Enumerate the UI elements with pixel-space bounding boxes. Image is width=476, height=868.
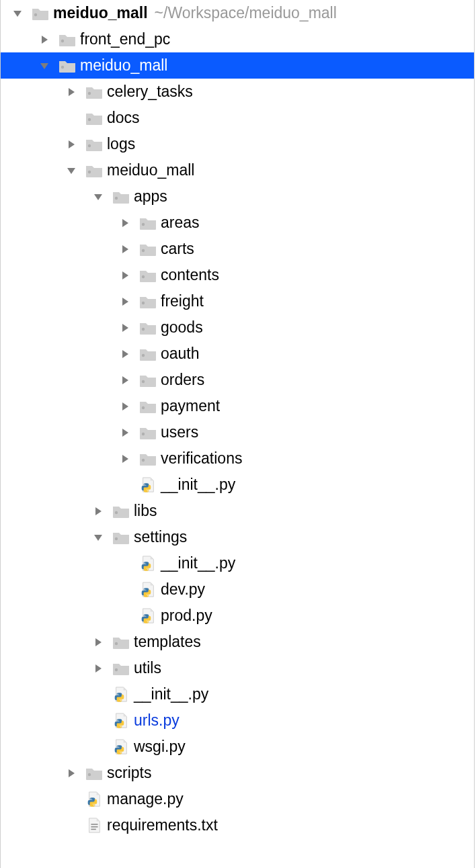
python-file-icon <box>85 792 103 807</box>
python-file-icon <box>139 582 157 597</box>
expand-arrow-right-icon[interactable] <box>93 638 103 647</box>
folder-icon <box>139 242 157 257</box>
tree-item[interactable]: meiduo_mall <box>1 52 474 79</box>
tree-item[interactable]: docs <box>1 105 474 131</box>
python-file-icon <box>112 713 130 728</box>
tree-item[interactable]: dev.py <box>1 576 474 603</box>
folder-icon <box>85 163 103 178</box>
tree-item-label: libs <box>134 502 157 520</box>
tree-item-label: dev.py <box>161 580 205 599</box>
tree-item[interactable]: apps <box>1 183 474 210</box>
tree-item[interactable]: carts <box>1 236 474 262</box>
tree-item-label: prod.py <box>161 607 212 625</box>
tree-item[interactable]: payment <box>1 393 474 419</box>
tree-item-label: oauth <box>161 345 200 363</box>
expand-arrow-down-icon[interactable] <box>40 61 49 71</box>
tree-item[interactable]: freight <box>1 288 474 314</box>
tree-item[interactable]: wsgi.py <box>1 734 474 760</box>
folder-open-icon <box>112 189 130 204</box>
python-file-icon <box>112 687 130 702</box>
tree-item-label: meiduo_mall <box>80 56 167 75</box>
tree-item[interactable]: utils <box>1 655 474 681</box>
expand-arrow-right-icon[interactable] <box>120 376 130 385</box>
tree-item[interactable]: logs <box>1 131 474 157</box>
tree-item-label: templates <box>134 633 201 651</box>
tree-item[interactable]: __init__.py <box>1 681 474 707</box>
project-tree-panel: meiduo_mall~/Workspace/meiduo_mallfront_… <box>0 0 475 868</box>
tree-item-label: manage.py <box>107 790 184 808</box>
template-folder-icon <box>112 635 130 650</box>
tree-item[interactable]: contents <box>1 262 474 288</box>
folder-icon <box>85 85 103 99</box>
expand-arrow-right-icon[interactable] <box>93 507 103 516</box>
tree-item[interactable]: __init__.py <box>1 472 474 498</box>
folder-icon <box>112 661 130 676</box>
tree-item-label: verifications <box>161 449 242 468</box>
tree-item[interactable]: urls.py <box>1 707 474 734</box>
expand-arrow-right-icon[interactable] <box>120 245 130 254</box>
expand-arrow-right-icon[interactable] <box>120 428 130 437</box>
expand-arrow-down-icon[interactable] <box>93 192 103 202</box>
tree-item-label: docs <box>107 109 140 127</box>
tree-item[interactable]: prod.py <box>1 603 474 629</box>
tree-item-label: contents <box>161 266 219 284</box>
expand-arrow-down-icon[interactable] <box>13 9 22 18</box>
folder-icon <box>139 399 157 414</box>
folder-icon <box>112 530 130 545</box>
tree-item[interactable]: __init__.py <box>1 550 474 576</box>
expand-arrow-right-icon[interactable] <box>120 297 130 306</box>
tree-item-label: goods <box>161 318 203 337</box>
python-file-icon <box>112 740 130 754</box>
tree-item-label: scripts <box>107 764 151 782</box>
tree-item[interactable]: settings <box>1 524 474 550</box>
folder-icon <box>112 504 130 519</box>
expand-arrow-right-icon[interactable] <box>67 769 76 778</box>
tree-item[interactable]: celery_tasks <box>1 79 474 105</box>
tree-item[interactable]: orders <box>1 367 474 393</box>
expand-arrow-right-icon[interactable] <box>120 323 130 333</box>
tree-item[interactable]: templates <box>1 629 474 655</box>
tree-item-label: wsgi.py <box>134 738 186 756</box>
tree-item-label: front_end_pc <box>80 30 170 48</box>
tree-item[interactable]: verifications <box>1 445 474 472</box>
tree-item[interactable]: scripts <box>1 760 474 786</box>
tree-item[interactable]: meiduo_mall <box>1 157 474 183</box>
expand-arrow-right-icon[interactable] <box>120 218 130 228</box>
folder-icon <box>139 347 157 361</box>
tree-item-label: __init__.py <box>134 685 208 703</box>
tree-item[interactable]: libs <box>1 498 474 524</box>
folder-icon <box>139 320 157 335</box>
tree-item[interactable]: manage.py <box>1 786 474 812</box>
folder-icon <box>139 294 157 309</box>
folder-icon <box>139 268 157 283</box>
folder-open-icon <box>58 58 76 73</box>
python-file-icon <box>139 478 157 492</box>
tree-item[interactable]: oauth <box>1 341 474 367</box>
tree-item-label: areas <box>161 214 200 232</box>
expand-arrow-right-icon[interactable] <box>120 271 130 280</box>
expand-arrow-right-icon[interactable] <box>120 349 130 359</box>
folder-icon <box>85 137 103 152</box>
tree-item[interactable]: goods <box>1 314 474 341</box>
expand-arrow-right-icon[interactable] <box>67 140 76 149</box>
tree-item[interactable]: meiduo_mall~/Workspace/meiduo_mall <box>1 0 474 26</box>
folder-icon <box>58 32 76 47</box>
expand-arrow-right-icon[interactable] <box>40 35 49 44</box>
folder-icon <box>139 425 157 440</box>
text-file-icon <box>85 818 103 833</box>
tree-item[interactable]: requirements.txt <box>1 812 474 838</box>
python-file-icon <box>139 609 157 623</box>
expand-arrow-down-icon[interactable] <box>67 166 76 175</box>
tree-item[interactable]: areas <box>1 210 474 236</box>
expand-arrow-down-icon[interactable] <box>93 533 103 542</box>
tree-item-label: orders <box>161 371 204 389</box>
folder-icon <box>139 451 157 466</box>
expand-arrow-right-icon[interactable] <box>120 454 130 464</box>
tree-item[interactable]: users <box>1 419 474 445</box>
tree-item-label: celery_tasks <box>107 83 193 101</box>
expand-arrow-right-icon[interactable] <box>120 402 130 411</box>
expand-arrow-right-icon[interactable] <box>67 87 76 97</box>
tree-item-label: apps <box>134 187 167 206</box>
tree-item[interactable]: front_end_pc <box>1 26 474 52</box>
expand-arrow-right-icon[interactable] <box>93 664 103 673</box>
